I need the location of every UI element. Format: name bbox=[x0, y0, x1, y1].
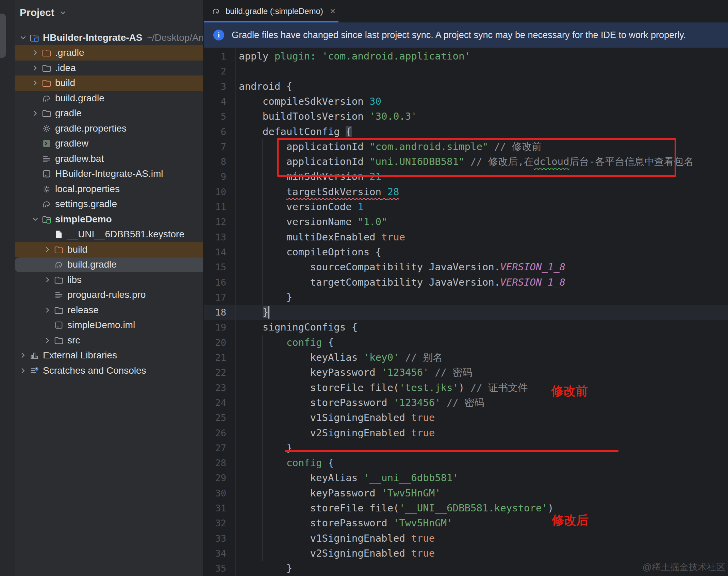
code-text: } bbox=[239, 290, 292, 305]
tree-item-hbuilder-integrate-as[interactable]: HBuilder-Integrate-AS~/Desktop/And bbox=[0, 30, 204, 45]
chevron-right-icon[interactable] bbox=[29, 64, 42, 72]
code-line-21: 21 keyAlias 'key0' // 别名 bbox=[204, 350, 728, 365]
code-text: versionName "1.0" bbox=[239, 214, 387, 230]
code-text: signingConfigs { bbox=[239, 320, 358, 335]
tree-item-simpledemo-iml[interactable]: simpleDemo.iml bbox=[0, 318, 204, 333]
tree-item-gradle-properties[interactable]: gradle.properties bbox=[0, 121, 204, 136]
code-line-27: 27 } bbox=[204, 440, 728, 456]
line-number: 27 bbox=[204, 440, 226, 456]
chevron-right-icon[interactable] bbox=[42, 306, 54, 315]
line-number: 19 bbox=[204, 320, 226, 335]
chevron-right-icon[interactable] bbox=[29, 79, 42, 87]
chevron-right-icon[interactable] bbox=[17, 366, 29, 375]
line-number: 30 bbox=[204, 486, 226, 501]
tree-item-settings-gradle[interactable]: settings.gradle bbox=[0, 197, 204, 212]
project-tool-window: Project HBuilder-Integrate-AS~/Desktop/A… bbox=[0, 0, 204, 576]
chevron-right-icon[interactable] bbox=[42, 336, 54, 345]
tree-item-label: External Libraries bbox=[43, 350, 117, 361]
gradle-icon bbox=[42, 199, 55, 209]
code-line-12: 12 versionName "1.0" bbox=[204, 214, 728, 230]
chevron-right-icon[interactable] bbox=[42, 275, 54, 284]
tree-item-local-properties[interactable]: local.properties bbox=[0, 181, 204, 197]
close-icon[interactable]: × bbox=[330, 6, 335, 17]
code-text: compileOptions { bbox=[239, 244, 381, 260]
tree-item-label: gradlew.bat bbox=[55, 153, 104, 164]
libraries-icon bbox=[29, 350, 43, 360]
line-number: 3 bbox=[204, 79, 226, 94]
code-text: versionCode 1 bbox=[239, 199, 364, 215]
tab-title: build.gradle (:simpleDemo) bbox=[226, 6, 323, 16]
chevron-right-icon[interactable] bbox=[42, 245, 54, 254]
line-number: 9 bbox=[204, 169, 226, 184]
line-number: 35 bbox=[204, 561, 226, 576]
chevron-right-icon[interactable] bbox=[17, 351, 29, 360]
text-caret bbox=[268, 306, 269, 319]
annotation-box bbox=[277, 138, 676, 177]
line-number: 34 bbox=[204, 546, 226, 561]
line-number: 33 bbox=[204, 531, 226, 546]
line-number: 29 bbox=[204, 470, 226, 486]
tree-item-scratches-and-consoles[interactable]: Scratches and Consoles bbox=[0, 363, 204, 378]
tree-item-hbuilder-integrate-as-iml[interactable]: HBuilder-Integrate-AS.iml bbox=[0, 166, 204, 182]
watermark: @稀土掘金技术社区 bbox=[643, 561, 725, 573]
iml-file-icon bbox=[54, 320, 67, 330]
code-text: } bbox=[239, 440, 292, 456]
tree-item-gradlew[interactable]: gradlew bbox=[0, 136, 204, 151]
code-line-6: 6 defaultConfig { bbox=[204, 124, 728, 139]
project-header[interactable]: Project bbox=[20, 5, 67, 20]
tree-item-simpledemo[interactable]: simpleDemo bbox=[0, 211, 204, 227]
tree-item-label: settings.gradle bbox=[55, 199, 117, 209]
tree-item-label: build bbox=[67, 244, 87, 255]
tree-item-gradle[interactable]: gradle bbox=[0, 106, 204, 121]
folder-icon bbox=[54, 305, 67, 315]
tree-item--gradle[interactable]: .gradle bbox=[0, 45, 204, 61]
chevron-right-icon[interactable] bbox=[29, 109, 42, 118]
chevron-down-icon[interactable] bbox=[59, 8, 67, 17]
tree-item-libs[interactable]: libs bbox=[0, 272, 204, 287]
code-line-10: 10 targetSdkVersion 28 bbox=[204, 184, 728, 200]
tree-item-build[interactable]: build bbox=[0, 242, 204, 257]
chevron-down-icon[interactable] bbox=[29, 215, 42, 224]
code-line-5: 5 buildToolsVersion '30.0.3' bbox=[204, 109, 728, 124]
line-number: 2 bbox=[204, 64, 226, 79]
tree-item-release[interactable]: release bbox=[0, 302, 204, 318]
tree-item-src[interactable]: src bbox=[0, 333, 204, 348]
tree-item-external-libraries[interactable]: External Libraries bbox=[0, 348, 204, 363]
tree-item-build[interactable]: build bbox=[0, 75, 204, 91]
line-number: 5 bbox=[204, 109, 226, 124]
line-number: 1 bbox=[204, 49, 226, 64]
chevron-down-icon[interactable] bbox=[17, 33, 29, 42]
line-number: 28 bbox=[204, 455, 226, 471]
code-line-20: 20 config { bbox=[204, 335, 728, 350]
chevron-right-icon[interactable] bbox=[29, 48, 42, 57]
tree-item-build-gradle[interactable]: build.gradle bbox=[0, 257, 204, 272]
line-number: 14 bbox=[204, 244, 226, 260]
tree-item-path: ~/Desktop/And bbox=[146, 32, 204, 43]
tree-item--idea[interactable]: .idea bbox=[0, 60, 204, 75]
tree-item--uni-6dbb581-keystore[interactable]: __UNI__6DBB581.keystore bbox=[0, 227, 204, 242]
line-number: 8 bbox=[204, 154, 226, 169]
tree-item-build-gradle[interactable]: build.gradle bbox=[0, 90, 204, 106]
banner-message: Gradle files have changed since last pro… bbox=[232, 30, 686, 40]
line-number: 32 bbox=[204, 515, 226, 531]
tree-item-label: __UNI__6DBB581.keystore bbox=[67, 229, 184, 240]
code-line-30: 30 keyPassword 'Twv5HnGM' bbox=[204, 486, 728, 501]
code-text: buildToolsVersion '30.0.3' bbox=[239, 109, 417, 124]
code-line-25: 25 v1SigningEnabled true bbox=[204, 410, 728, 425]
folder-icon bbox=[54, 275, 67, 285]
tree-item-proguard-rules-pro[interactable]: proguard-rules.pro bbox=[0, 287, 204, 303]
tree-item-label: gradle.properties bbox=[55, 123, 127, 134]
code-text: } bbox=[239, 561, 292, 576]
line-number: 15 bbox=[204, 259, 226, 275]
tree-item-label: libs bbox=[67, 274, 82, 285]
tree-item-gradlew-bat[interactable]: gradlew.bat bbox=[0, 151, 204, 166]
tab-build-gradle[interactable]: build.gradle (:simpleDemo) × bbox=[204, 0, 338, 22]
code-line-33: 33 v1SigningEnabled true bbox=[204, 531, 728, 546]
code-text: android { bbox=[239, 79, 292, 94]
code-editor[interactable]: 1apply plugin: 'com.android.application'… bbox=[204, 48, 728, 576]
editor-pane[interactable]: build.gradle (:simpleDemo) × i Gradle fi… bbox=[204, 0, 728, 576]
line-number: 6 bbox=[204, 124, 226, 139]
gradle-sync-banner: i Gradle files have changed since last p… bbox=[204, 22, 728, 48]
module-folder-icon bbox=[42, 214, 55, 224]
code-text: v1SigningEnabled true bbox=[239, 410, 435, 425]
